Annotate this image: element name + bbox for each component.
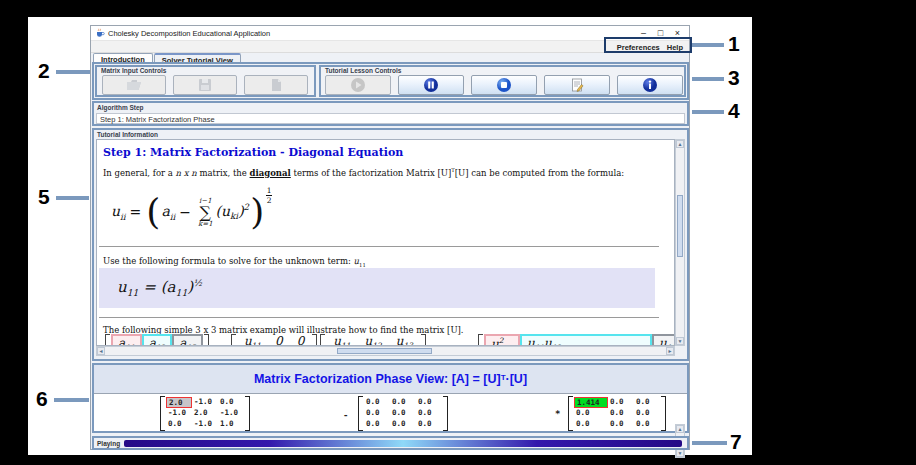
stop-circle-icon	[495, 77, 513, 93]
scroll-down-button[interactable]: ▼	[676, 337, 684, 345]
callout-line	[692, 77, 724, 81]
reset-matrix-button[interactable]	[244, 75, 308, 95]
callout-number-1: 1	[728, 32, 740, 56]
scroll-right-button[interactable]: ►	[666, 347, 674, 355]
info-circle-icon	[641, 77, 659, 93]
notepad-pencil-icon	[568, 77, 586, 93]
app-window: Cholesky Decomposition Educational Appli…	[90, 25, 690, 450]
matrix-a-example: a11a12a13	[105, 334, 209, 346]
pause-lesson-button[interactable]	[398, 75, 464, 95]
minus-operator: -	[343, 410, 348, 420]
menu-bar: Preferences Help	[91, 41, 689, 53]
floppy-save-icon	[196, 77, 214, 93]
u11-formula: u11 = (a11)½	[117, 278, 202, 298]
algorithm-step-title: Algorithm Step	[97, 104, 144, 111]
callout-line	[692, 441, 727, 445]
matrix-product-example: u211u11u12u11u13	[478, 334, 675, 346]
highlighted-formula-box: u11 = (a11)½	[99, 268, 655, 308]
window-title: Cholesky Decomposition Educational Appli…	[108, 29, 270, 38]
java-cup-icon	[95, 28, 105, 38]
matrix-a: 2.0-1.00.0-1.02.0-1.00.0-1.01.0	[160, 396, 250, 431]
matrix-u: 1.4140.00.00.00.00.00.00.00.0	[568, 396, 666, 431]
algorithm-step-panel: Algorithm Step Step 1: Matrix Factorizat…	[92, 101, 689, 126]
scroll-up-button[interactable]: ▲	[676, 140, 684, 148]
pause-circle-icon	[422, 77, 440, 93]
tutorial-intro-text: In general, for a n x n matrix, the diag…	[103, 167, 663, 178]
callout-line	[56, 196, 89, 200]
save-matrix-button[interactable]	[173, 75, 237, 95]
matrix-ut-example: u1100	[231, 334, 317, 346]
exponent-fraction: 1 2	[266, 187, 272, 204]
play-circle-icon	[349, 77, 367, 93]
playback-progress-bar	[124, 440, 682, 447]
callout-number-6: 6	[36, 387, 48, 411]
status-label: Playing	[97, 440, 120, 447]
callout-number-4: 4	[728, 99, 740, 123]
tutorial-vertical-scrollbar[interactable]: ▲ ▼	[675, 139, 685, 346]
tutorial-lesson-controls-group: Tutorial Lesson Controls	[319, 65, 686, 97]
divider	[99, 246, 659, 247]
example-matrices-row: a11a12a13 u1100 u11u12u13 u211u11u12u11u…	[105, 334, 675, 346]
group-title: Matrix Input Controls	[101, 67, 166, 74]
solve-instruction-text: Use the following formula to solve for t…	[103, 256, 366, 268]
callout-number-5: 5	[38, 185, 50, 209]
callout-number-3: 3	[728, 66, 740, 90]
callout-line	[692, 43, 724, 47]
diagonal-formula: uii = ( aii − i−1 ∑ k=1 (uki)2 ) 1 2	[111, 184, 272, 240]
callout-number-7: 7	[730, 430, 742, 454]
scrollbar-thumb[interactable]	[337, 348, 432, 354]
group-title: Tutorial Lesson Controls	[325, 67, 401, 74]
document-icon	[267, 77, 285, 93]
scroll-down-button[interactable]: ▼	[676, 449, 684, 457]
matrix-view-header: Matrix Factorization Phase View: [A] = […	[94, 365, 687, 393]
open-matrix-button[interactable]	[102, 75, 166, 95]
multiply-operator: *	[555, 409, 560, 419]
matrix-input-controls-group: Matrix Input Controls	[95, 65, 316, 97]
status-bar: Playing	[92, 436, 689, 450]
tutorial-information-panel: Tutorial Information Step 1: Matrix Fact…	[92, 128, 689, 361]
title-bar: Cholesky Decomposition Educational Appli…	[91, 26, 689, 41]
callout-number-2: 2	[38, 59, 50, 83]
callout-box-menu	[604, 37, 692, 53]
scrollbar-thumb[interactable]	[677, 195, 683, 257]
scroll-left-button[interactable]: ◄	[97, 347, 105, 355]
lesson-notes-button[interactable]	[544, 75, 610, 95]
tutorial-content: Step 1: Matrix Factorization - Diagonal …	[96, 139, 675, 346]
callout-line	[692, 110, 724, 114]
play-lesson-button[interactable]	[325, 75, 391, 95]
folder-open-icon	[125, 77, 143, 93]
divider	[99, 317, 659, 318]
stop-lesson-button[interactable]	[471, 75, 537, 95]
callout-line	[54, 398, 89, 402]
matrix-view-canvas: 2.0-1.00.0-1.02.0-1.00.0-1.01.0 - 0.00.0…	[94, 393, 687, 431]
algorithm-step-value: Step 1: Matrix Factorization Phase	[96, 113, 685, 124]
matrix-residual: 0.00.00.00.00.00.00.00.00.0	[358, 396, 448, 431]
summation: i−1 ∑ k=1	[198, 197, 213, 228]
scroll-up-button[interactable]: ▲	[676, 425, 684, 433]
toolbar-row: Matrix Input Controls	[92, 62, 689, 100]
info-button[interactable]	[617, 75, 683, 95]
tutorial-heading: Step 1: Matrix Factorization - Diagonal …	[103, 146, 403, 159]
tutorial-information-title: Tutorial Information	[97, 131, 158, 138]
callout-line	[56, 70, 90, 74]
tutorial-horizontal-scrollbar[interactable]: ◄ ►	[96, 346, 675, 356]
matrix-factorization-view-panel: Matrix Factorization Phase View: [A] = […	[92, 363, 689, 433]
matrix-u-example: u11u12u13	[320, 334, 426, 346]
